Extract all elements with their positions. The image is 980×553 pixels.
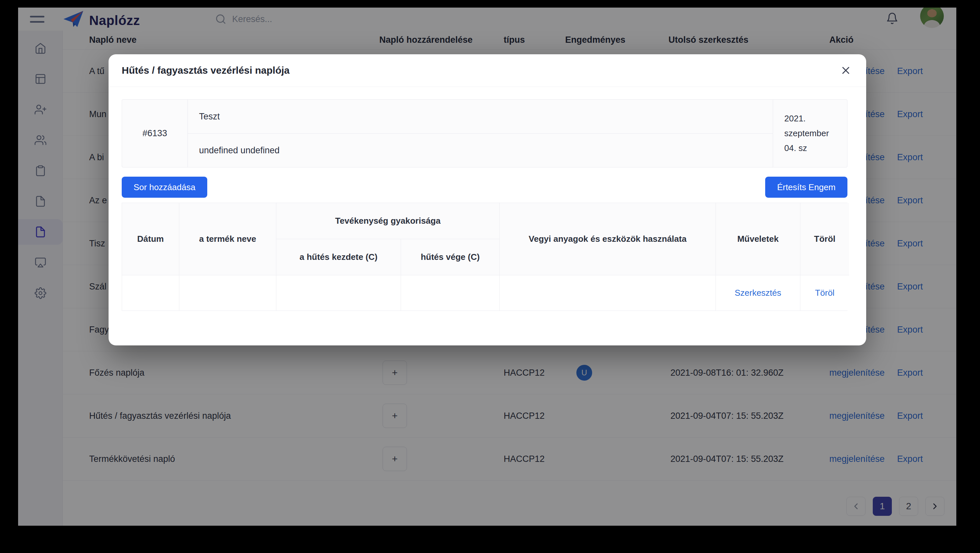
record-date-line3: 04. sz: [784, 141, 847, 156]
modal-close-button[interactable]: [840, 65, 852, 76]
record-id: #6133: [122, 100, 188, 167]
modal-cell-cool-start: [276, 275, 401, 311]
screen: Naplózz Keresés...: [0, 0, 980, 553]
modal-cell-product: [179, 275, 276, 311]
record-name: Teszt: [188, 100, 773, 133]
modal-body: #6133 Teszt undefined undefined 2021. sz…: [108, 87, 866, 311]
modal-col-delete: Töröl: [800, 203, 849, 275]
record-owner: undefined undefined: [188, 133, 773, 167]
modal-col-activity-group: Tevékenység gyakorisága: [276, 203, 500, 239]
modal-col-date: Dátum: [122, 203, 179, 275]
modal-button-row: Sor hozzáadása Értesíts Engem: [122, 176, 848, 198]
add-row-button[interactable]: Sor hozzáadása: [122, 176, 207, 198]
modal-header: Hűtés / fagyasztás vezérlési naplója: [108, 54, 866, 87]
modal-title: Hűtés / fagyasztás vezérlési naplója: [122, 65, 290, 76]
record-info-box: #6133 Teszt undefined undefined 2021. sz…: [122, 99, 848, 167]
modal-col-chemicals: Vegyi anyagok és eszközök használata: [500, 203, 716, 275]
modal-row-delete-link: Töröl: [800, 275, 849, 311]
record-date: 2021. szeptember 04. sz: [773, 100, 847, 167]
log-detail-modal: Hűtés / fagyasztás vezérlési naplója #61…: [108, 54, 866, 345]
modal-table: Dátum a termék neve Tevékenység gyakoris…: [122, 203, 848, 311]
notify-me-button[interactable]: Értesíts Engem: [765, 176, 848, 198]
record-date-line2: szeptember: [784, 126, 847, 141]
modal-row-edit-link: Szerkesztés: [716, 275, 800, 311]
modal-col-operations: Műveletek: [716, 203, 800, 275]
delete-link[interactable]: Töröl: [815, 288, 834, 298]
modal-col-product: a termék neve: [179, 203, 276, 275]
edit-link[interactable]: Szerkesztés: [735, 288, 781, 298]
modal-cell-chemicals: [500, 275, 716, 311]
modal-cell-date: [122, 275, 179, 311]
modal-cell-cool-end: [401, 275, 500, 311]
record-fields: Teszt undefined undefined: [188, 100, 773, 167]
record-date-line1: 2021.: [784, 111, 847, 126]
modal-col-cool-start: a hűtés kezdete (C): [276, 239, 401, 275]
close-icon: [840, 65, 852, 76]
modal-col-cool-end: hűtés vége (C): [401, 239, 500, 275]
